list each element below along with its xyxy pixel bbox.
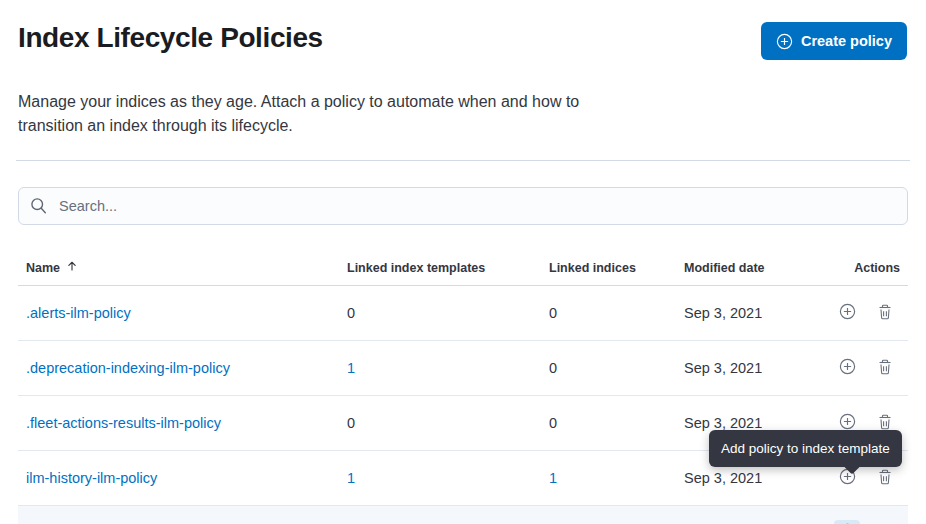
plus-in-circle-icon xyxy=(839,358,856,378)
tooltip-text: Add policy to index template xyxy=(721,441,890,456)
modified-date: Sep 3, 2021 xyxy=(684,415,762,431)
linked-indices-count: 0 xyxy=(549,415,557,431)
create-policy-button-label: Create policy xyxy=(801,33,892,49)
linked-templates-count: 0 xyxy=(347,415,355,431)
column-header-actions: Actions xyxy=(823,250,908,286)
policy-name-link[interactable]: .deprecation-indexing-ilm-policy xyxy=(26,360,230,376)
delete-policy-button[interactable] xyxy=(872,355,898,381)
linked-templates-count: 0 xyxy=(347,305,355,321)
section-divider xyxy=(16,160,910,161)
search-bar xyxy=(18,187,908,225)
table-row: .alerts-ilm-policy 0 0 Sep 3, 2021 xyxy=(18,286,908,341)
table-row: .deprecation-indexing-ilm-policy 1 0 Sep… xyxy=(18,341,908,396)
search-input[interactable] xyxy=(18,187,908,225)
trash-icon xyxy=(877,304,893,323)
modified-date: Sep 3, 2021 xyxy=(684,470,762,486)
linked-indices-count: 0 xyxy=(549,305,557,321)
column-header-name[interactable]: Name xyxy=(18,250,339,286)
table-row: kibana-event-log-policy 0 1 Sep 3, 2021 xyxy=(18,506,908,524)
add-policy-to-template-button[interactable] xyxy=(834,355,860,381)
policies-table: Name Linked index templates Linked indic… xyxy=(18,250,908,524)
modified-date: Sep 3, 2021 xyxy=(684,305,762,321)
linked-templates-count[interactable]: 1 xyxy=(347,360,355,376)
page-description: Manage your indices as they age. Attach … xyxy=(18,90,586,138)
create-policy-button[interactable]: Create policy xyxy=(761,22,907,60)
plus-in-circle-icon xyxy=(839,303,856,323)
trash-icon xyxy=(877,469,893,488)
plus-in-circle-icon xyxy=(776,33,793,50)
policy-name-link[interactable]: .alerts-ilm-policy xyxy=(26,305,131,321)
trash-icon xyxy=(877,359,893,378)
delete-policy-button[interactable] xyxy=(872,465,898,491)
tooltip-add-policy-to-index-template: Add policy to index template xyxy=(709,430,902,467)
page-header: Index Lifecycle Policies Create policy xyxy=(0,0,926,60)
delete-policy-button[interactable] xyxy=(872,520,898,524)
modified-date: Sep 3, 2021 xyxy=(684,360,762,376)
linked-templates-count[interactable]: 1 xyxy=(347,470,355,486)
page-title: Index Lifecycle Policies xyxy=(18,20,323,56)
delete-policy-button[interactable] xyxy=(872,300,898,326)
policy-name-link[interactable]: .fleet-actions-results-ilm-policy xyxy=(26,415,221,431)
column-header-modified-date[interactable]: Modified date xyxy=(676,250,823,286)
add-policy-to-template-button[interactable] xyxy=(834,520,860,524)
add-policy-to-template-button[interactable] xyxy=(834,300,860,326)
table-header-row: Name Linked index templates Linked indic… xyxy=(18,250,908,286)
sort-ascending-arrow-icon xyxy=(66,260,78,275)
linked-indices-count[interactable]: 1 xyxy=(549,470,557,486)
policy-name-link[interactable]: ilm-history-ilm-policy xyxy=(26,470,157,486)
column-header-linked-indices[interactable]: Linked indices xyxy=(541,250,676,286)
column-header-linked-templates[interactable]: Linked index templates xyxy=(339,250,541,286)
column-header-name-label: Name xyxy=(26,261,60,275)
linked-indices-count: 0 xyxy=(549,360,557,376)
